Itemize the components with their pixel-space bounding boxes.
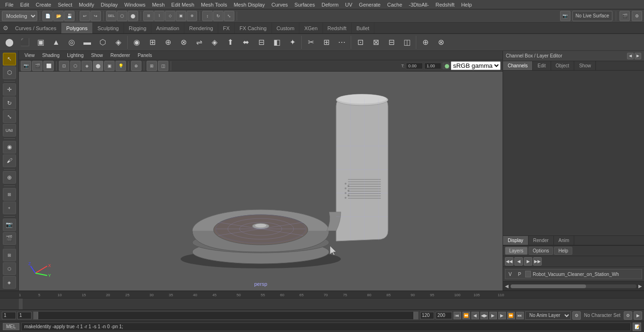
go-start-btn[interactable]: ⏮ [454,312,461,319]
frame-display[interactable]: 1 [2,312,16,319]
vp-texture-btn[interactable]: ▣ [104,61,115,71]
vp-resolution-icon[interactable]: ⬜ [43,61,54,71]
snap-mode-btn[interactable]: + [3,202,16,214]
redo-btn[interactable]: ↪ [91,11,101,21]
menu-file[interactable]: File [2,1,17,8]
menu-curves[interactable]: Curves [268,1,291,8]
translate-y-value[interactable]: 1.00 [424,63,441,69]
snap-grid-btn[interactable]: ⊞ [143,11,154,21]
shelf-wedge-icon[interactable]: ◧ [269,35,284,49]
snap-live-btn[interactable]: ⊕ [187,11,197,21]
menu-windows[interactable]: Windows [121,1,149,8]
live-surface-btn[interactable]: No Live Surface [572,11,612,21]
vp-menu-lighting[interactable]: Lighting [63,52,87,59]
render-tab[interactable]: Render [528,236,554,245]
shelf-mirror-icon[interactable]: ⇌ [191,35,206,49]
playhead[interactable] [19,299,23,309]
open-file-btn[interactable]: 📂 [53,11,64,21]
menu-modify[interactable]: Modify [75,1,97,8]
layer-scroll-right[interactable]: ▶ [636,282,644,291]
playback-end[interactable]: 200 [436,312,452,319]
prev-frame-btn[interactable]: ◀ [471,312,479,319]
command-line-input[interactable] [21,323,631,331]
timeline-ruler[interactable]: 1 5 10 15 20 25 30 35 40 45 50 55 60 65 … [0,291,644,298]
shelf-extrude-icon[interactable]: ⬆ [223,35,238,49]
cb-collapse-btn[interactable]: ◀ [627,53,634,59]
menu-display[interactable]: Display [98,1,121,8]
object-tab[interactable]: Object [551,61,575,70]
gamma-select[interactable]: sRGB gamma [451,61,501,70]
shelf-uv-icon[interactable]: ◫ [399,35,414,49]
menu-mesh[interactable]: Mesh [149,1,168,8]
vp-menu-show[interactable]: Show [87,52,107,59]
tab-bullet[interactable]: Bullet [352,23,375,33]
options-tab[interactable]: Options [528,247,553,255]
tab-custom[interactable]: Custom [272,23,300,33]
mel-indicator[interactable]: MEL [3,323,19,330]
menu-surfaces[interactable]: Surfaces [291,1,318,8]
select-tool-btn[interactable]: ↖ [3,53,16,65]
paint-btn[interactable]: ⬤ [128,11,138,21]
vp-isolate-btn[interactable]: ⊡ [59,61,69,71]
menu-create[interactable]: Create [33,1,55,8]
range-end[interactable]: 120 [420,312,434,319]
anim-tab[interactable]: Anim [554,236,575,245]
shelf-torus-icon[interactable]: ◎ [64,35,79,49]
menu-mesh-tools[interactable]: Mesh Tools [198,1,230,8]
tab-polygons[interactable]: Polygons [61,23,92,33]
script-editor-icon[interactable]: 📝 [633,323,641,331]
soft-select-btn[interactable]: ◉ [3,141,16,154]
scale-btn[interactable]: ⤡ [224,11,234,21]
shelf-disk-icon[interactable]: ⬡ [95,35,110,49]
vp-light-btn[interactable]: 💡 [116,61,126,71]
layer-visibility[interactable]: V [506,272,514,277]
vp-wire-shade-btn[interactable]: ◈ [82,61,92,71]
undo-btn[interactable]: ↩ [80,11,90,21]
channels-tab[interactable]: Channels [503,61,533,70]
tab-fx[interactable]: FX [218,23,235,33]
rotate-tool-btn[interactable]: ↻ [3,97,16,109]
menu-redshift[interactable]: Redshift [432,1,458,8]
lasso-btn[interactable]: ⬡ [117,11,127,21]
camera-btn[interactable]: 📷 [560,11,570,21]
shelf-prism-icon[interactable]: ◈ [111,35,126,49]
anim-layer-settings-btn[interactable]: ⚙ [572,311,581,320]
viewport-3d[interactable]: persp X Y Z [19,72,503,291]
shelf-fill-icon[interactable]: ⊟ [254,35,269,49]
tab-curves-surfaces[interactable]: Curves / Surfaces [10,23,61,33]
workspace-settings-icon[interactable]: ⚙ [1,24,10,33]
translate-x-value[interactable]: 0.00 [406,63,423,69]
vp-hud-icon[interactable]: ◫ [158,61,168,71]
play-back-btn[interactable]: ◀▶ [480,312,488,319]
shelf-sphere-icon[interactable]: ⬤ [2,35,17,49]
scale-tool-btn[interactable]: ⤡ [3,110,16,123]
menu-help[interactable]: Help [458,1,475,8]
cb-expand-btn[interactable]: ▶ [635,53,641,59]
vp-menu-shading[interactable]: Shading [39,52,64,59]
timeline-bar[interactable] [0,298,644,309]
tab-rigging[interactable]: Rigging [124,23,151,33]
vp-camera-icon[interactable]: 📷 [21,61,31,71]
menu-deform[interactable]: Deform [318,1,342,8]
mode-dropdown[interactable]: Modeling [2,11,37,21]
timeline-handle-left[interactable] [33,312,38,319]
tab-redshift[interactable]: Redshift [323,23,352,33]
shelf-crease-icon[interactable]: ⋯ [334,35,349,49]
next-frame-btn[interactable]: ▶ [498,312,506,319]
menu-cache[interactable]: Cache [384,1,405,8]
shelf-face-icon[interactable]: ◉ [129,35,144,49]
render-settings-btn[interactable]: ⚙ [632,11,642,21]
menu-edit-mesh[interactable]: Edit Mesh [168,1,198,8]
shelf-unfold-icon[interactable]: ⊡ [353,35,368,49]
snap-surface-btn[interactable]: ▣ [176,11,186,21]
vp-grid-icon[interactable]: ⊞ [147,61,157,71]
layer-color[interactable] [525,271,531,277]
show-tab[interactable]: Show [574,61,596,70]
layer-nav-prev1[interactable]: ◀◀ [505,257,513,266]
shelf-cylinder-icon[interactable]: ▣ [33,35,48,49]
shelf-combine-icon[interactable]: ⊞ [145,35,160,49]
shelf-booleans-icon[interactable]: ⊕ [160,35,175,49]
help-tab[interactable]: Help [554,247,572,255]
tab-animation[interactable]: Animation [151,23,184,33]
timeline-handle-right[interactable] [413,312,418,319]
